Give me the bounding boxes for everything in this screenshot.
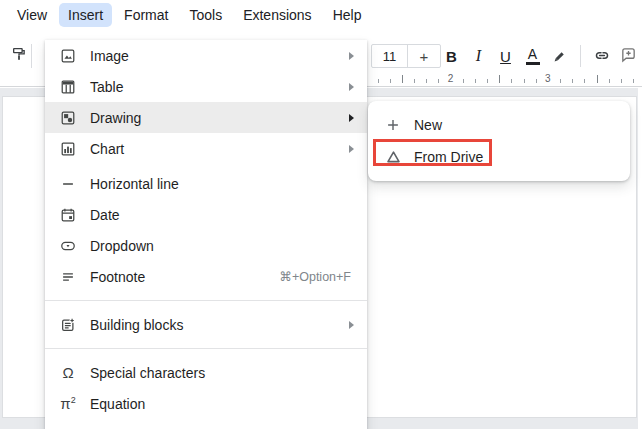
font-size-value[interactable]: 11 <box>372 45 407 67</box>
menu-item-label: Building blocks <box>90 317 349 333</box>
ruler-tick <box>584 79 585 83</box>
date-icon <box>59 206 77 224</box>
submenu-item-from-drive[interactable]: From Drive <box>368 141 630 173</box>
ruler-tick <box>487 79 488 83</box>
scrollbar-gutter <box>638 88 642 429</box>
omega-icon: Ω <box>59 364 77 382</box>
toolbar-divider <box>580 45 581 67</box>
ruler-tick <box>438 79 439 83</box>
ruler-tick <box>572 79 573 83</box>
ruler-tick <box>511 79 512 83</box>
image-icon <box>59 47 77 65</box>
menu-item-date[interactable]: Date <box>45 199 367 230</box>
paint-format-button[interactable] <box>6 43 32 69</box>
bold-glyph: B <box>446 48 457 65</box>
menu-item-horizontal-line[interactable]: Horizontal line <box>45 168 367 199</box>
submenu-arrow-icon <box>349 321 354 329</box>
menu-item-label: Drawing <box>90 110 349 126</box>
ruler-tick <box>609 79 610 83</box>
ruler-tick <box>621 79 622 83</box>
toolbar-divider <box>31 44 32 68</box>
ruler-tick <box>633 79 634 83</box>
menu-item-label: Dropdown <box>90 238 367 254</box>
horizontal-line-icon <box>59 175 77 193</box>
ruler-tick <box>536 79 537 83</box>
menu-divider <box>45 348 367 349</box>
menu-item-shortcut: ⌘+Option+F <box>279 269 351 284</box>
drive-icon <box>384 148 402 166</box>
ruler-tick <box>414 79 415 83</box>
equation-icon: π2 <box>59 395 77 413</box>
menu-item-equation[interactable]: π2Equation <box>45 388 367 419</box>
menu-item-image[interactable]: Image <box>45 40 367 71</box>
ruler-tick <box>402 75 403 83</box>
drawing-submenu: NewFrom Drive <box>368 101 630 181</box>
comment-icon <box>620 46 637 66</box>
ruler-tick <box>560 79 561 83</box>
text-color-bar <box>526 62 540 65</box>
menu-item-dropdown[interactable]: Dropdown <box>45 230 367 261</box>
menubar-item-format[interactable]: Format <box>115 3 177 27</box>
menu-item-label: Date <box>90 207 367 223</box>
chart-icon <box>59 140 77 158</box>
menu-item-chart[interactable]: Chart <box>45 133 367 164</box>
underline-glyph: U <box>500 48 511 65</box>
menubar-item-view[interactable]: View <box>8 3 56 27</box>
menubar-item-help[interactable]: Help <box>324 3 371 27</box>
text-color-button[interactable]: A <box>519 43 546 70</box>
insert-menu: ImageTableDrawingChartHorizontal lineDat… <box>45 40 367 429</box>
menu-item-label: Table <box>90 79 349 95</box>
highlight-color-button[interactable] <box>546 43 573 70</box>
font-size-group: 11 + <box>371 44 441 68</box>
submenu-item-new[interactable]: New <box>368 109 630 141</box>
bold-button[interactable]: B <box>438 43 465 70</box>
building-blocks-icon <box>59 316 77 334</box>
menu-item-label: Horizontal line <box>90 176 367 192</box>
dropdown-icon <box>59 237 77 255</box>
plus-icon <box>384 116 402 134</box>
insert-link-button[interactable] <box>588 43 615 70</box>
footnote-icon <box>59 268 77 286</box>
ruler-number: 3 <box>545 73 551 84</box>
menubar-item-extensions[interactable]: Extensions <box>234 3 320 27</box>
italic-button[interactable]: I <box>465 43 492 70</box>
submenu-arrow-icon <box>349 145 354 153</box>
menu-item-special-characters[interactable]: ΩSpecial characters <box>45 357 367 388</box>
ruler-tick <box>378 79 379 83</box>
drawing-icon <box>59 109 77 127</box>
ruler-tick <box>475 79 476 83</box>
add-comment-button[interactable] <box>615 43 642 70</box>
text-color-glyph: A <box>528 47 537 61</box>
menubar-item-tools[interactable]: Tools <box>180 3 231 27</box>
submenu-item-label: New <box>414 117 442 133</box>
menu-item-table[interactable]: Table <box>45 71 367 102</box>
menu-item-label: Special characters <box>90 365 367 381</box>
submenu-item-label: From Drive <box>414 149 483 165</box>
ruler-number: 2 <box>448 73 454 84</box>
menu-item-label: Image <box>90 48 349 64</box>
table-icon <box>59 78 77 96</box>
submenu-arrow-icon <box>349 114 354 122</box>
link-icon <box>593 46 611 67</box>
increase-font-size-button[interactable]: + <box>407 45 440 67</box>
menu-item-building-blocks[interactable]: Building blocks <box>45 309 367 340</box>
ruler-tick <box>426 79 427 83</box>
ruler-tick <box>597 75 598 83</box>
italic-glyph: I <box>476 47 481 65</box>
menu-item-label: Chart <box>90 141 349 157</box>
highlighter-icon <box>552 47 568 66</box>
ruler-tick <box>499 75 500 83</box>
format-buttons: BIUA <box>438 42 642 70</box>
ruler-tick <box>524 79 525 83</box>
menu-item-drawing[interactable]: Drawing <box>45 102 367 133</box>
paint-format-icon <box>11 46 27 66</box>
underline-button[interactable]: U <box>492 43 519 70</box>
menubar-item-insert[interactable]: Insert <box>59 3 112 27</box>
ruler-tick <box>463 79 464 83</box>
ruler-tick <box>390 79 391 83</box>
menu-item-label: Footnote <box>90 269 279 285</box>
submenu-arrow-icon <box>349 83 354 91</box>
menu-item-label: Equation <box>90 396 367 412</box>
submenu-arrow-icon <box>349 52 354 60</box>
menu-item-footnote[interactable]: Footnote⌘+Option+F <box>45 261 367 292</box>
